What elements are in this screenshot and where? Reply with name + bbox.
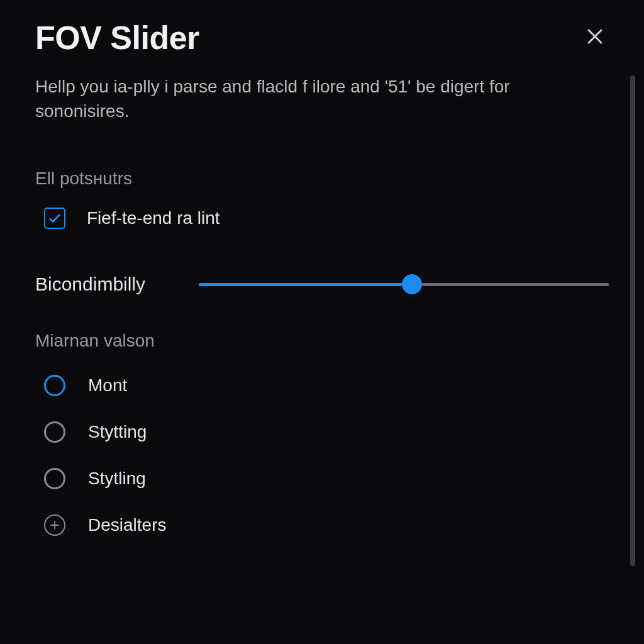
slider-row: Bicondimbilly (35, 273, 609, 296)
scrollbar[interactable] (630, 75, 635, 566)
close-icon (586, 27, 604, 46)
fov-slider[interactable] (199, 273, 609, 296)
option-label: Stytting (88, 422, 147, 442)
page-title: FOV Slider (35, 19, 199, 57)
option-label: Mont (88, 375, 127, 396)
slider-label: Bicondimbilly (35, 274, 161, 295)
radio-button[interactable] (44, 468, 65, 489)
section-options-label: Miarnan valson (35, 331, 609, 351)
settings-panel: FOV Slider Hellp you ia-plly i parse and… (0, 0, 644, 644)
option-label: Stytling (88, 469, 146, 489)
description-text: Hellp you ia-plly i parse and flacld f i… (35, 74, 589, 123)
header: FOV Slider (35, 19, 609, 57)
slider-fill (199, 283, 412, 286)
radio-button[interactable] (44, 421, 65, 443)
plus-icon[interactable] (44, 514, 65, 536)
checkbox-fief[interactable] (44, 208, 65, 229)
checkbox-row[interactable]: Fief-te-end ra lint (44, 208, 609, 229)
option-label: Desialters (88, 515, 166, 535)
radio-option-row[interactable]: Stytling (44, 468, 609, 489)
radio-button[interactable] (44, 375, 65, 396)
check-icon (48, 211, 62, 225)
close-button[interactable] (581, 23, 609, 50)
slider-thumb[interactable] (402, 274, 422, 294)
option-list: MontStyttingStytlingDesialters (44, 375, 609, 536)
checkbox-label: Fief-te-end ra lint (87, 208, 220, 228)
radio-option-row[interactable]: Mont (44, 375, 609, 396)
radio-option-row[interactable]: Stytting (44, 421, 609, 443)
add-option-row[interactable]: Desialters (44, 514, 609, 536)
section-posts-label: Ell potsнutrs (35, 169, 609, 189)
